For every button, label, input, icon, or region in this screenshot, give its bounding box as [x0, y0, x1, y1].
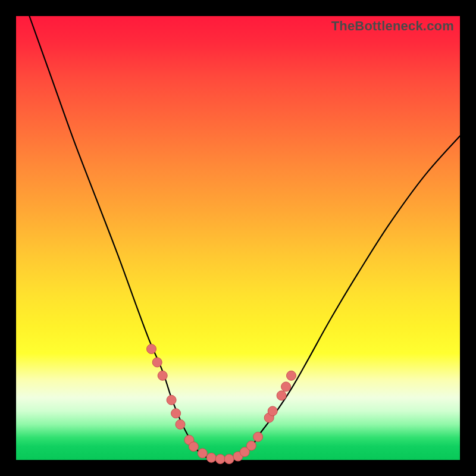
- curve-marker: [171, 409, 181, 418]
- curve-marker: [176, 419, 185, 429]
- curve-marker: [246, 441, 256, 450]
- curve-marker: [198, 449, 207, 458]
- bottleneck-curve: [29, 16, 460, 461]
- plot-area: TheBottleneck.com: [16, 16, 460, 460]
- curve-marker: [224, 455, 234, 464]
- curve-marker: [287, 371, 296, 380]
- curve-marker: [268, 406, 277, 416]
- curve-marker: [167, 395, 176, 405]
- curve-svg: [16, 16, 460, 460]
- curve-marker: [158, 371, 167, 380]
- curve-marker: [189, 442, 198, 452]
- curve-marker: [253, 432, 263, 441]
- curve-marker: [215, 455, 225, 464]
- curve-marker: [152, 358, 162, 367]
- curve-marker: [277, 391, 286, 400]
- curve-marker: [206, 453, 216, 462]
- chart-frame: TheBottleneck.com: [0, 0, 476, 476]
- marker-group: [147, 345, 296, 464]
- curve-marker: [281, 382, 291, 392]
- curve-marker: [147, 345, 156, 354]
